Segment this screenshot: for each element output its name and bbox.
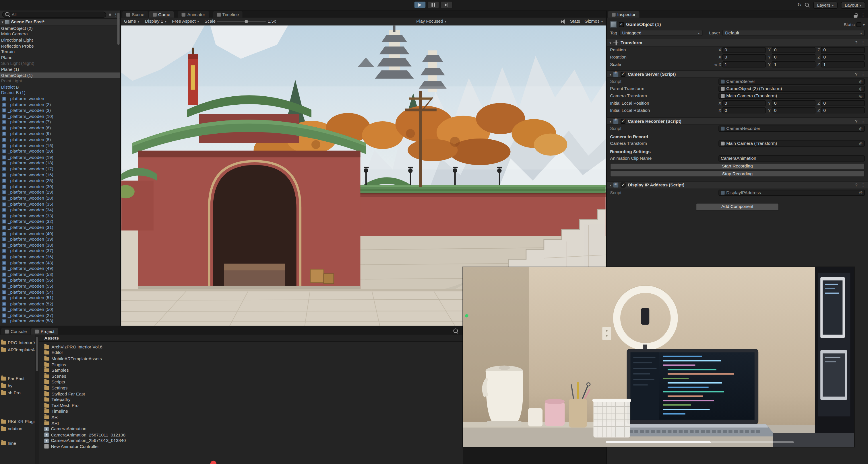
hierarchy-item[interactable]: Main Camera <box>0 31 120 37</box>
project-folder-item[interactable]: sh Pro <box>0 390 35 397</box>
kebab-menu-icon[interactable] <box>861 40 865 45</box>
rotation-z-field[interactable]: 0 <box>821 54 865 60</box>
script-field[interactable]: DisplayIPAddress <box>718 190 865 196</box>
component-enabled-checkbox[interactable] <box>621 119 625 124</box>
play-button[interactable] <box>414 1 426 8</box>
project-folder-item[interactable]: ndation <box>0 425 35 432</box>
hierarchy-item[interactable]: _platform_wooden (17) <box>0 166 120 172</box>
asset-item[interactable]: MobileARTemplateAssets <box>44 356 463 361</box>
hierarchy-item[interactable]: _platform_wooden (6) <box>0 125 120 131</box>
hierarchy-item[interactable]: _platform_wooden (20) <box>0 148 120 154</box>
tab-game[interactable]: Game <box>149 11 174 18</box>
object-picker-icon[interactable] <box>859 141 863 146</box>
initial-rotation-y-field[interactable]: 0 <box>772 107 815 113</box>
display-dropdown[interactable]: Display 1 <box>145 19 166 24</box>
hierarchy-item[interactable]: _platform_wooden (34) <box>0 207 120 213</box>
tab-inspector[interactable]: Inspector <box>608 11 640 18</box>
hierarchy-item[interactable]: _platform_wooden (9) <box>0 131 120 136</box>
hierarchy-item[interactable]: _platform_wooden (33) <box>0 213 120 219</box>
hierarchy-item[interactable]: _platform_wooden (36) <box>0 254 120 260</box>
hierarchy-item[interactable]: _platform_wooden (40) <box>0 231 120 236</box>
project-folder-item[interactable]: hine <box>0 440 35 447</box>
scale-slider[interactable] <box>217 21 266 22</box>
help-icon[interactable] <box>855 40 858 45</box>
hierarchy-item[interactable]: _platform_wooden (49) <box>0 266 120 271</box>
display-ip-section-header[interactable]: Display IP Address (Script) <box>607 181 868 189</box>
display-target-dropdown[interactable]: Game <box>124 19 140 24</box>
camera-server-section-header[interactable]: Camera Server (Script) <box>607 70 868 78</box>
kebab-menu-icon[interactable] <box>861 119 865 124</box>
tab-project[interactable]: Project <box>31 328 58 335</box>
add-component-button[interactable]: Add Component <box>696 203 779 210</box>
foldout-icon[interactable] <box>2 20 3 24</box>
constrain-proportions-icon[interactable] <box>713 62 718 67</box>
asset-item[interactable]: Samples <box>44 367 463 373</box>
asset-item[interactable]: CameraAnimation <box>44 426 463 432</box>
hierarchy-item[interactable]: _platform_wooden (30) <box>0 184 120 189</box>
help-icon[interactable] <box>855 183 858 187</box>
hierarchy-item[interactable]: _platform_wooden (56) <box>0 277 120 283</box>
hierarchy-item[interactable]: _platform_wooden (35) <box>0 201 120 207</box>
asset-item[interactable]: Timeline <box>44 408 463 414</box>
script-field[interactable]: CameraServer <box>718 78 865 85</box>
object-picker-icon[interactable] <box>859 127 863 131</box>
tab-console[interactable]: Console <box>1 328 31 335</box>
kebab-menu-icon[interactable] <box>861 12 865 18</box>
hierarchy-item[interactable]: _platform_wooden (15) <box>0 142 120 148</box>
project-folder-item[interactable]: RKit XR Plugin <box>0 418 35 425</box>
start-recording-button[interactable]: Start Recording <box>610 163 865 169</box>
object-picker-icon[interactable] <box>859 79 863 84</box>
hierarchy-item[interactable]: _platform_wooden <box>0 96 120 101</box>
play-focused-dropdown[interactable]: Play Focused <box>416 19 446 24</box>
asset-item[interactable]: Settings <box>44 385 463 391</box>
asset-item[interactable]: CameraAnimation_25671013_013840 <box>44 438 463 443</box>
lock-icon[interactable] <box>854 13 858 17</box>
project-scrollbar[interactable] <box>35 335 39 464</box>
assets-breadcrumb[interactable]: Assets <box>39 335 463 342</box>
hierarchy-item[interactable]: Directional Light <box>0 37 120 43</box>
project-folder-item[interactable] <box>0 411 35 418</box>
gameobject-active-checkbox[interactable] <box>619 22 624 27</box>
tab-animator[interactable]: Animator <box>178 11 209 18</box>
hierarchy-item[interactable]: _platform_wooden (52) <box>0 301 120 306</box>
hierarchy-item[interactable]: _platform_wooden (31) <box>0 225 120 230</box>
object-picker-icon[interactable] <box>859 94 863 98</box>
animation-clip-name-field[interactable]: CameraAnimation <box>718 156 865 161</box>
hierarchy-item[interactable]: District B (1) <box>0 90 120 96</box>
help-icon[interactable] <box>855 119 858 124</box>
hierarchy-item[interactable]: _platform_wooden (39) <box>0 236 120 242</box>
project-folder-item[interactable] <box>0 353 35 361</box>
gameobject-name[interactable]: GameObject (1) <box>626 22 661 27</box>
component-enabled-checkbox[interactable] <box>621 183 625 187</box>
hierarchy-item[interactable]: _platform_wooden (37) <box>0 248 120 254</box>
project-folder-item[interactable]: hy <box>0 382 35 390</box>
script-field[interactable]: CameraRecorder <box>718 126 865 132</box>
asset-item[interactable]: Plugins <box>44 362 463 367</box>
rotation-y-field[interactable]: 0 <box>772 54 815 60</box>
parent-transform-field[interactable]: GameObject (2) (Transform) <box>718 86 865 92</box>
stop-recording-button[interactable]: Stop Recording <box>610 170 865 177</box>
hierarchy-item[interactable]: _platform_wooden (2) <box>0 101 120 107</box>
project-folder-item[interactable] <box>0 397 35 404</box>
step-button[interactable] <box>440 1 453 8</box>
mute-audio-icon[interactable] <box>561 19 565 24</box>
hierarchy-scrollbar[interactable] <box>117 12 120 45</box>
pause-button[interactable] <box>427 1 439 8</box>
gizmos-dropdown[interactable]: Gizmos <box>584 19 603 24</box>
hierarchy-item[interactable]: Terrain <box>0 49 120 55</box>
rotation-x-field[interactable]: 0 <box>722 54 766 60</box>
position-x-field[interactable]: 0 <box>722 47 766 53</box>
asset-item[interactable]: Telepathy <box>44 397 463 402</box>
hierarchy-item[interactable]: _platform_wooden (28) <box>0 195 120 201</box>
refresh-icon[interactable]: ↻ <box>797 1 802 9</box>
scale-slider-knob[interactable] <box>245 20 248 23</box>
camera-transform-field[interactable]: Main Camera (Transform) <box>718 93 865 99</box>
layers-dropdown[interactable]: Layers <box>813 1 838 9</box>
tab-timeline[interactable]: Timeline <box>213 11 243 18</box>
scale-y-field[interactable]: 1 <box>772 61 815 67</box>
asset-item[interactable]: Scripts <box>44 379 463 385</box>
project-folder-item[interactable] <box>0 368 35 375</box>
asset-item[interactable]: Scenes <box>44 373 463 379</box>
asset-item[interactable]: Stylized Far East <box>44 391 463 397</box>
foldout-icon[interactable] <box>609 72 611 76</box>
